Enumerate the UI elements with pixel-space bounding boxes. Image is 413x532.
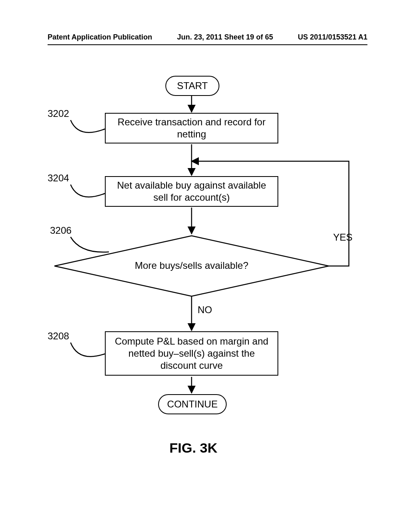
ref-3202: 3202 (48, 108, 69, 119)
ref-3206: 3206 (50, 225, 71, 236)
terminal-continue-label: CONTINUE (167, 399, 217, 410)
terminal-start: START (165, 76, 219, 96)
header-rule (48, 44, 367, 45)
process-3204: Net available buy against available sell… (105, 176, 278, 207)
terminal-continue: CONTINUE (158, 394, 227, 414)
process-3202: Receive transaction and record for netti… (105, 113, 278, 143)
terminal-start-label: START (177, 80, 208, 91)
figure-caption: FIG. 3K (169, 440, 217, 456)
process-3204-text: Net available buy against available sell… (110, 179, 273, 204)
ref-3208: 3208 (48, 330, 69, 342)
process-3202-text: Receive transaction and record for netti… (110, 116, 273, 140)
decision-yes-label: YES (333, 232, 353, 243)
decision-3206-text: More buys/sells available? (109, 260, 274, 271)
decision-no-label: NO (198, 304, 212, 316)
header-center: Jun. 23, 2011 Sheet 19 of 65 (177, 33, 273, 42)
process-3208-text: Compute P&L based on margin and netted b… (110, 335, 273, 372)
page-header: Patent Application Publication Jun. 23, … (48, 33, 367, 42)
ref-3204: 3204 (48, 172, 69, 184)
process-3208: Compute P&L based on margin and netted b… (105, 331, 278, 376)
header-right: US 2011/0153521 A1 (298, 33, 367, 42)
header-left: Patent Application Publication (48, 33, 152, 42)
